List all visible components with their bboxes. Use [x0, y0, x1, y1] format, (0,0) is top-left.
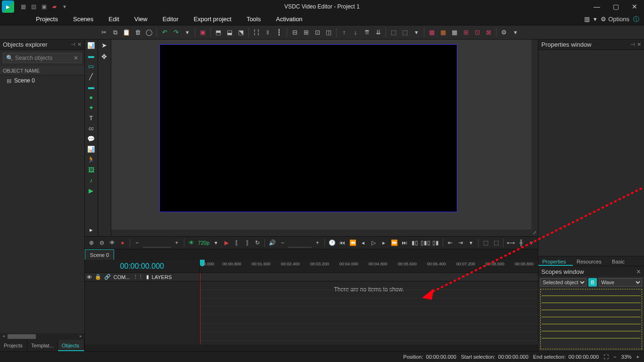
- rect-tool-icon[interactable]: ▬: [86, 51, 96, 60]
- quick-rec-icon[interactable]: ▰: [50, 2, 58, 11]
- scope-mode-select[interactable]: Wave: [599, 278, 642, 287]
- cut-icon[interactable]: ✂: [99, 27, 109, 38]
- hide-track-icon[interactable]: 👁: [107, 238, 117, 247]
- dist-h-icon[interactable]: ╎╎: [251, 27, 262, 38]
- align-center-icon[interactable]: ⬓: [224, 27, 235, 38]
- vol-track[interactable]: [288, 238, 312, 247]
- minimize-button[interactable]: —: [587, 0, 606, 13]
- left-tab-templates[interactable]: Templat...: [27, 340, 58, 351]
- clock-icon[interactable]: 🕐: [327, 238, 337, 247]
- preview-eye-icon[interactable]: 👁: [187, 238, 196, 247]
- undo-icon[interactable]: ↶: [159, 27, 170, 38]
- menu-tools[interactable]: Tools: [239, 13, 268, 25]
- menu-projects[interactable]: Projects: [28, 13, 66, 25]
- preview-drop-icon[interactable]: ▾: [211, 238, 221, 247]
- close-button[interactable]: ✕: [625, 0, 644, 13]
- jump-next-icon[interactable]: ⇥: [456, 238, 465, 247]
- right-tab-effects[interactable]: Basic effect...: [608, 256, 644, 266]
- split2-icon[interactable]: ⬚: [491, 238, 501, 247]
- pointer-icon[interactable]: ➤: [99, 41, 109, 50]
- object-tree[interactable]: ▤ Scene 0: [0, 75, 84, 333]
- speech-tool-icon[interactable]: 💬: [86, 134, 96, 143]
- remove-track-icon[interactable]: ⊖: [97, 238, 107, 247]
- preview-quality[interactable]: 720p: [197, 240, 210, 246]
- play-icon[interactable]: ▷: [369, 238, 378, 247]
- bars-icon[interactable]: ▮: [146, 274, 149, 280]
- timeline-track-area[interactable]: There are no items to show.: [200, 281, 538, 345]
- quick-open-icon[interactable]: ▤: [29, 2, 38, 11]
- left-tab-projects[interactable]: Projects ...: [0, 340, 27, 351]
- snap3-icon[interactable]: ⊠: [483, 27, 494, 38]
- image-tool-icon[interactable]: 🖼: [86, 165, 96, 174]
- clear-search-icon[interactable]: ✕: [74, 55, 78, 61]
- select-bounds-icon[interactable]: ▣: [198, 27, 208, 38]
- grid3-icon[interactable]: ▦: [449, 27, 460, 38]
- zoom-track[interactable]: [143, 238, 171, 247]
- timeline-ruler[interactable]: 0.000 00:00.800 00:01.600 00:02.400 00:0…: [200, 260, 538, 272]
- vol-minus-icon[interactable]: −: [278, 238, 287, 247]
- chart-tool-icon[interactable]: 📊: [86, 144, 96, 154]
- canvas-area[interactable]: ⤢: [111, 40, 538, 236]
- right-tab-properties[interactable]: Properties ...: [538, 256, 573, 266]
- vis-icon[interactable]: 👁: [87, 274, 92, 280]
- zoom-minus-icon[interactable]: −: [132, 238, 142, 247]
- cc-tool-icon[interactable]: ㏄: [86, 123, 96, 133]
- layout-dropdown-icon[interactable]: ▾: [594, 16, 597, 23]
- levels-icon[interactable]: 📊: [86, 41, 96, 50]
- jump-prev-icon[interactable]: ⇤: [446, 238, 455, 247]
- rec-play-icon[interactable]: ▶: [222, 238, 231, 247]
- expand-tools-icon[interactable]: ▸: [86, 225, 96, 234]
- quick-dropdown-icon[interactable]: ▾: [60, 2, 69, 11]
- add-track-icon[interactable]: ⊕: [87, 238, 96, 247]
- maximize-button[interactable]: ▢: [606, 0, 625, 13]
- split-icon[interactable]: ⬚: [481, 238, 490, 247]
- settings-drop-icon[interactable]: ▾: [510, 27, 520, 38]
- mark-mid-icon[interactable]: ▯▮▯: [421, 238, 430, 247]
- rec-icon[interactable]: ●: [118, 238, 127, 247]
- menu-edit[interactable]: Edit: [101, 13, 126, 25]
- canvas-hscroll[interactable]: [111, 230, 531, 236]
- delete-icon[interactable]: 🗑: [132, 27, 143, 38]
- canvas-vscroll[interactable]: [531, 40, 538, 230]
- tree-item-scene0[interactable]: ▤ Scene 0: [0, 75, 84, 86]
- link-icon[interactable]: 🔗: [104, 274, 111, 280]
- options-button[interactable]: ⚙ Options: [601, 16, 629, 23]
- copy-icon[interactable]: ⧉: [110, 27, 120, 38]
- align-m-icon[interactable]: ⊞: [301, 27, 311, 38]
- ruler-drop-icon[interactable]: ▾: [527, 238, 536, 247]
- snap1-icon[interactable]: ⊞: [461, 27, 471, 38]
- left-tab-objects[interactable]: Objects ...: [58, 340, 84, 351]
- vol-plus-icon[interactable]: +: [313, 238, 322, 247]
- ellipse-tool-icon[interactable]: ●: [86, 92, 96, 102]
- freeform-tool-icon[interactable]: ✦: [86, 103, 96, 112]
- fit-icon[interactable]: ⛶: [603, 354, 609, 360]
- layout-icon[interactable]: ▥: [584, 16, 590, 23]
- grid2-icon[interactable]: ▦: [438, 27, 448, 38]
- arrow-down-icon[interactable]: ↓: [350, 27, 361, 38]
- align-t-icon[interactable]: ⊟: [289, 27, 300, 38]
- bring-front-icon[interactable]: ⇈: [362, 27, 372, 38]
- volume-icon[interactable]: 🔊: [267, 238, 277, 247]
- scene-tab-0[interactable]: Scene 0: [85, 249, 114, 260]
- menu-export[interactable]: Export project: [186, 13, 239, 25]
- redo-icon[interactable]: ↷: [171, 27, 181, 38]
- paste-icon[interactable]: 📋: [121, 27, 132, 38]
- panel-close-icon[interactable]: ✕: [77, 41, 82, 48]
- video-tool-icon[interactable]: ▶: [86, 186, 96, 195]
- skip-start-icon[interactable]: ⏮: [338, 238, 347, 247]
- rewind-icon[interactable]: ⏪: [348, 238, 357, 247]
- menu-view[interactable]: View: [127, 13, 155, 25]
- jump-drop-icon[interactable]: ▾: [466, 238, 476, 247]
- info-icon[interactable]: ⓘ: [633, 15, 639, 24]
- skip-end-icon[interactable]: ⏭: [400, 238, 409, 247]
- lock-icon[interactable]: 🔒: [95, 274, 101, 280]
- prev-frame-icon[interactable]: ◂: [358, 238, 368, 247]
- ruler-icon[interactable]: ⟷: [506, 238, 515, 247]
- mark-in-icon[interactable]: ▮▯: [410, 238, 420, 247]
- rect2-tool-icon[interactable]: ▭: [86, 61, 96, 71]
- ungroup-icon[interactable]: ⬚: [400, 27, 410, 38]
- dist-v-icon[interactable]: ⫴: [263, 27, 273, 38]
- search-input[interactable]: 🔍 Search objects ✕: [3, 53, 82, 63]
- wave-icon[interactable]: ⋮⋮: [133, 274, 143, 280]
- align-right-icon[interactable]: ⬔: [236, 27, 246, 38]
